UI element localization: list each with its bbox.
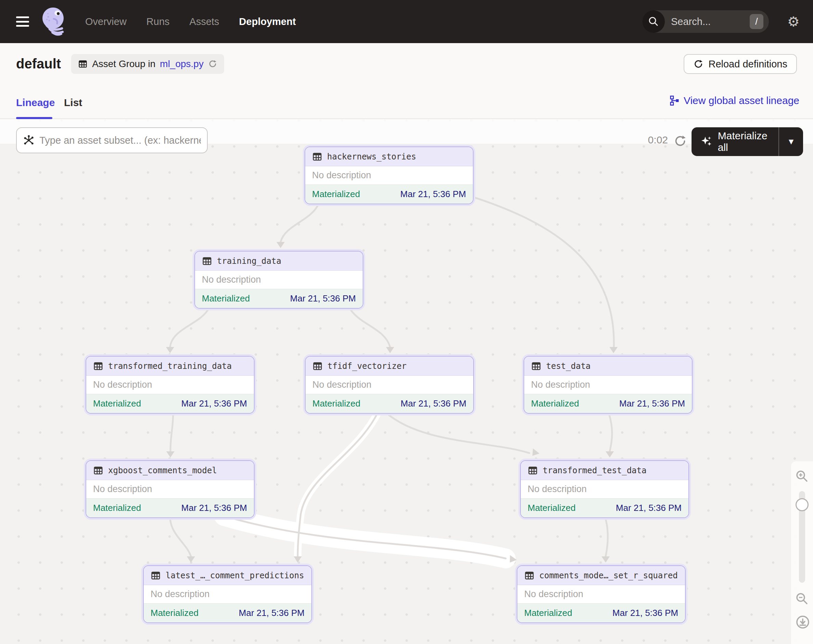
asset-node-tfidf-vectorizer[interactable]: tfidf_vectorizer No description Material… <box>305 356 474 414</box>
table-icon <box>150 570 161 581</box>
nav-tab-assets[interactable]: Assets <box>190 16 219 28</box>
table-icon <box>93 361 103 371</box>
asset-node-hackernews-stories[interactable]: hackernews_stories No description Materi… <box>305 146 474 204</box>
zoom-out-icon[interactable] <box>795 592 809 606</box>
materialize-all-main[interactable]: Materialize all <box>692 130 778 153</box>
asset-description: No description <box>93 379 152 390</box>
zoom-slider-knob[interactable] <box>796 498 808 511</box>
materialize-all-label: Materialize all <box>718 130 779 153</box>
asset-status: Materialized <box>150 608 198 618</box>
asset-node-test-data[interactable]: test_data No description Materialized Ma… <box>523 356 693 414</box>
hamburger-menu-icon[interactable] <box>16 17 29 27</box>
search-input[interactable]: Search... / <box>642 10 769 33</box>
asset-name: transformed_test_data <box>543 466 646 475</box>
table-icon <box>528 465 538 475</box>
view-global-asset-lineage-label: View global asset lineage <box>684 95 799 106</box>
asset-name: test_data <box>546 361 591 371</box>
graph-refresh-icon[interactable] <box>673 134 687 148</box>
asset-name: comments_mode…_set_r_squared <box>539 571 678 580</box>
asset-description: No description <box>524 589 583 600</box>
asset-status: Materialized <box>312 398 360 409</box>
asset-name: latest_…_comment_predictions <box>166 571 304 580</box>
reload-definitions-button[interactable]: Reload definitions <box>684 54 797 74</box>
asset-name: transformed_training_data <box>108 361 232 371</box>
asset-subset-input[interactable]: Type an asset subset... (ex: hackernev <box>16 127 208 153</box>
materialize-dropdown-caret[interactable]: ▼ <box>779 137 803 146</box>
asset-name: xgboost_comments_model <box>108 466 217 475</box>
refresh-timer: 0:02 <box>637 134 668 146</box>
asset-description: No description <box>202 274 261 285</box>
op-selector-icon <box>23 134 35 146</box>
nav-tabs: Overview Runs Assets Deployment <box>85 16 296 28</box>
dagster-logo-icon[interactable] <box>40 5 69 38</box>
page-header: default Asset Group in ml_ops.py Reload … <box>0 43 813 84</box>
asset-timestamp[interactable]: Mar 21, 5:36 PM <box>181 503 247 513</box>
zoom-in-icon[interactable] <box>795 469 809 483</box>
asset-node-latest-comment-predictions[interactable]: latest_…_comment_predictions No descript… <box>143 565 312 623</box>
sparkle-icon <box>700 135 713 149</box>
view-global-asset-lineage-link[interactable]: View global asset lineage <box>669 95 799 106</box>
asset-timestamp[interactable]: Mar 21, 5:36 PM <box>400 189 466 199</box>
asset-status: Materialized <box>531 398 579 409</box>
asset-timestamp[interactable]: Mar 21, 5:36 PM <box>401 398 466 409</box>
asset-node-xgboost-comments-model[interactable]: xgboost_comments_model No description Ma… <box>86 460 255 518</box>
dagster-asset-lineage-page: Overview Runs Assets Deployment Search..… <box>0 0 813 644</box>
asset-status: Materialized <box>524 608 572 618</box>
download-image-icon[interactable] <box>795 615 809 628</box>
asset-timestamp[interactable]: Mar 21, 5:36 PM <box>616 503 682 513</box>
asset-subset-placeholder: Type an asset subset... (ex: hackernev <box>39 135 201 146</box>
tab-list[interactable]: List <box>64 97 82 109</box>
lineage-graph-icon <box>669 95 680 106</box>
asset-name: hackernews_stories <box>327 152 416 161</box>
table-icon <box>531 361 541 371</box>
table-icon <box>202 256 212 266</box>
asset-node-training-data[interactable]: training_data No description Materialize… <box>194 251 364 309</box>
asset-timestamp[interactable]: Mar 21, 5:36 PM <box>181 398 247 409</box>
asset-group-badge: Asset Group in ml_ops.py <box>71 54 224 74</box>
nav-tab-deployment[interactable]: Deployment <box>239 16 296 28</box>
asset-description: No description <box>93 484 152 494</box>
asset-status: Materialized <box>528 503 575 513</box>
asset-timestamp[interactable]: Mar 21, 5:36 PM <box>239 608 305 618</box>
graph-zoom-panel <box>791 461 813 644</box>
top-navbar: Overview Runs Assets Deployment Search..… <box>0 0 813 43</box>
nav-tab-runs[interactable]: Runs <box>146 16 170 28</box>
asset-status: Materialized <box>93 398 141 409</box>
asset-description: No description <box>528 484 587 494</box>
reload-definitions-label: Reload definitions <box>708 58 787 70</box>
asset-node-transformed-training-data[interactable]: transformed_training_data No description… <box>86 356 255 414</box>
asset-node-transformed-test-data[interactable]: transformed_test_data No description Mat… <box>520 460 689 518</box>
asset-description: No description <box>312 379 371 390</box>
table-icon <box>312 361 323 371</box>
search-icon <box>642 10 665 33</box>
asset-name: tfidf_vectorizer <box>327 361 406 371</box>
asset-group-file-link[interactable]: ml_ops.py <box>160 58 204 69</box>
tab-lineage[interactable]: Lineage <box>16 97 55 109</box>
refresh-icon <box>693 59 704 69</box>
asset-status: Materialized <box>312 189 360 199</box>
asset-description: No description <box>312 170 371 181</box>
view-tabs-row: Lineage List View global asset lineage <box>0 84 813 119</box>
asset-timestamp[interactable]: Mar 21, 5:36 PM <box>290 293 356 304</box>
table-icon <box>312 152 322 162</box>
asset-description: No description <box>531 379 590 390</box>
table-icon <box>93 465 103 475</box>
asset-timestamp[interactable]: Mar 21, 5:36 PM <box>619 398 685 409</box>
asset-status: Materialized <box>202 293 250 304</box>
gear-icon[interactable]: ⚙ <box>785 14 801 29</box>
table-icon <box>524 570 534 581</box>
asset-group-badge-text: Asset Group in <box>92 58 155 69</box>
page-title: default <box>16 56 61 72</box>
asset-status: Materialized <box>93 503 141 513</box>
materialize-all-button[interactable]: Materialize all ▼ <box>692 127 803 156</box>
badge-refresh-icon[interactable] <box>208 59 217 69</box>
asset-name: training_data <box>217 256 281 266</box>
search-placeholder: Search... <box>671 16 750 28</box>
asset-node-comments-model-test-set-r-squared[interactable]: comments_mode…_set_r_squared No descript… <box>517 565 686 623</box>
nav-tab-overview[interactable]: Overview <box>85 16 127 28</box>
asset-timestamp[interactable]: Mar 21, 5:36 PM <box>612 608 678 618</box>
search-shortcut-badge: / <box>750 14 763 29</box>
table-icon <box>78 59 87 69</box>
asset-description: No description <box>150 589 210 600</box>
